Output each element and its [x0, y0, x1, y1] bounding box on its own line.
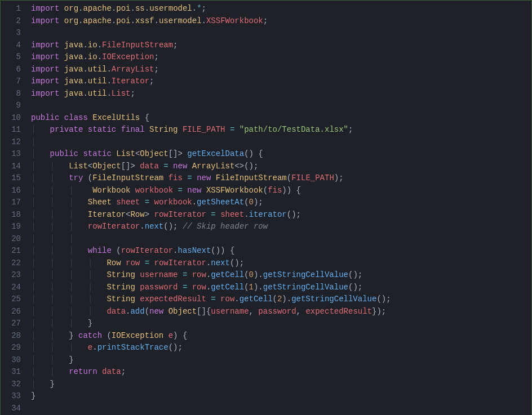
token-kw: import	[31, 65, 59, 74]
line-number: 15	[3, 172, 21, 185]
token-pun	[59, 41, 64, 50]
token-pun	[163, 307, 168, 316]
code-line[interactable]: │ │ │ rowIterator.next(); // Skip header…	[31, 221, 529, 233]
code-line[interactable]: │ │ │ │ String expectedResult = row.getC…	[31, 293, 529, 306]
token-dot: .	[140, 222, 144, 231]
token-dot: .	[287, 294, 291, 304]
token-pun	[163, 331, 168, 340]
code-line[interactable]: │ │ │ Workbook workbook = new XSSFWorkbo…	[31, 185, 529, 197]
code-line[interactable]: │ │ } catch (IOException e) {	[31, 330, 529, 342]
line-number: 18	[3, 209, 21, 221]
token-type: List	[69, 162, 88, 171]
code-line[interactable]: │ │ │ Iterator<Row> rowIterator = sheet.…	[31, 209, 529, 221]
code-line[interactable]: │ │ │ │ Row row = rowIterator.next();	[31, 257, 529, 270]
code-area[interactable]: import org.apache.poi.ss.usermodel.*;imp…	[31, 3, 529, 414]
line-number: 27	[3, 318, 21, 330]
code-line[interactable]: │ }	[31, 378, 529, 391]
code-line[interactable]	[31, 27, 529, 39]
token-pun	[178, 283, 182, 292]
code-line[interactable]: import java.util.ArrayList;	[31, 64, 529, 76]
code-line[interactable]: │ │ │ │ String password = row.getCell(1)…	[31, 282, 529, 294]
code-editor[interactable]: 1234567891011121314151617181920212223242…	[3, 3, 529, 414]
token-pkg: java	[64, 65, 83, 74]
token-dot: .	[83, 65, 87, 74]
code-line[interactable]: │ │ List<Object[]> data = new ArrayList<…	[31, 160, 529, 173]
token-pun: ();	[348, 270, 362, 279]
token-pun	[202, 186, 206, 195]
code-line[interactable]: }	[31, 390, 529, 403]
token-dot: .	[83, 89, 87, 98]
token-guide: │ │ │	[31, 210, 88, 219]
code-line[interactable]: import java.util.Iterator;	[31, 75, 529, 88]
code-line[interactable]: │ │ }	[31, 354, 529, 367]
code-line[interactable]	[31, 403, 529, 415]
token-pun: );	[254, 198, 263, 207]
token-pkg: io	[88, 52, 97, 61]
token-pkg: java	[64, 89, 83, 98]
token-dot: .	[258, 270, 263, 279]
token-var: rowIterator	[121, 246, 173, 255]
code-line[interactable]: │ │ │ │ String username = row.getCell(0)…	[31, 269, 529, 282]
code-line[interactable]: import org.apache.poi.xssf.usermodel.XSS…	[31, 15, 529, 28]
token-pkg: usermodel	[159, 16, 202, 25]
token-pun	[59, 113, 64, 122]
token-pun: )	[282, 294, 286, 304]
token-dot: .	[107, 65, 111, 74]
line-number: 22	[3, 257, 21, 270]
token-kw: while	[88, 246, 112, 255]
code-line[interactable]: │ public static List<Object[]> getExcelD…	[31, 148, 529, 160]
code-line[interactable]: │ │ │ │ data.add(new Object[]{username, …	[31, 306, 529, 318]
code-line[interactable]: │ │ try (FileInputStream fis = new FileI…	[31, 172, 529, 185]
token-pun: []>	[121, 162, 140, 171]
token-type: Object	[92, 162, 121, 171]
token-var: workbook	[154, 198, 192, 207]
code-line[interactable]: │ │ │ }	[31, 318, 529, 330]
token-pun: }	[31, 391, 36, 400]
code-line[interactable]: import org.apache.poi.ss.usermodel.*;	[31, 3, 529, 15]
token-pun: ;	[154, 52, 158, 61]
token-pun: }	[50, 380, 55, 389]
token-pun	[225, 125, 230, 134]
token-guide: │ │	[31, 355, 69, 364]
token-type: List	[116, 149, 135, 158]
token-dot: .	[202, 16, 206, 25]
code-line[interactable]	[31, 100, 529, 112]
token-pun	[97, 367, 102, 376]
token-pkg: ss	[135, 4, 145, 13]
token-pun	[140, 258, 144, 267]
token-pun: ();	[376, 294, 391, 304]
code-line[interactable]: import java.io.IOException;	[31, 51, 529, 64]
token-pkg: java	[64, 41, 83, 50]
code-line[interactable]: import java.io.FileInputStream;	[31, 39, 529, 52]
token-pkg: util	[88, 89, 107, 98]
token-pun	[121, 258, 126, 267]
token-type: String	[107, 294, 135, 304]
code-line[interactable]: │ │ │ e.printStackTrace();	[31, 342, 529, 354]
code-line[interactable]: │ │ │ Sheet sheet = workbook.getSheetAt(…	[31, 197, 529, 209]
code-line[interactable]: import java.util.List;	[31, 88, 529, 100]
token-pun	[116, 125, 121, 134]
token-kw: new	[187, 186, 201, 195]
token-pun: (	[287, 173, 291, 182]
token-type: ExcelUtils	[92, 113, 140, 122]
token-pun: []>	[169, 149, 188, 158]
token-type: XSSFWorkbook	[206, 186, 263, 195]
token-pkg: poi	[116, 4, 130, 13]
code-line[interactable]: │ │ return data;	[31, 366, 529, 378]
token-op: =	[145, 258, 149, 267]
token-pun: ();	[163, 222, 183, 231]
code-line[interactable]: │ │ │	[31, 233, 529, 246]
code-line[interactable]: │ │ │ while (rowIterator.hasNext()) {	[31, 245, 529, 257]
line-number: 20	[3, 233, 21, 246]
code-line[interactable]: │	[31, 136, 529, 149]
line-number: 11	[3, 124, 21, 136]
code-line[interactable]: public class ExcelUtils {	[31, 112, 529, 124]
code-line[interactable]: │ private static final String FILE_PATH …	[31, 124, 529, 136]
token-fn: getStringCellValue	[263, 283, 348, 292]
token-pun: (	[112, 246, 121, 255]
token-fn: getExcelData	[187, 149, 244, 158]
token-dot: .	[97, 52, 102, 61]
token-guide: │	[31, 380, 50, 389]
token-dot: .	[234, 294, 239, 304]
token-dot: .	[92, 343, 97, 352]
